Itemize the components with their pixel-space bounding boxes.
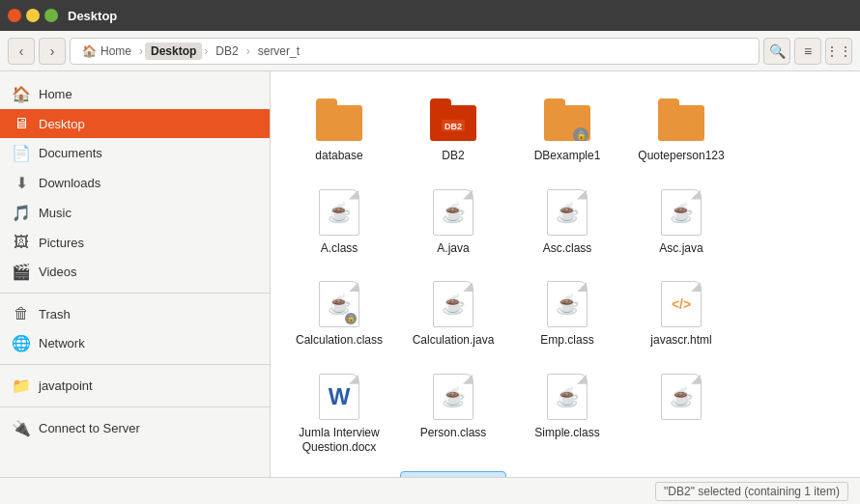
java-class-icon-unknown: ☕ [658,372,704,422]
breadcrumb-home-label: Home [100,44,131,58]
svg-text:🔒: 🔒 [576,129,588,141]
sidebar-divider-3 [0,406,270,407]
close-button[interactable] [8,9,21,22]
breadcrumb-desktop[interactable]: Desktop [145,42,202,60]
sidebar-item-documents[interactable]: 📄 Documents [0,138,270,168]
statusbar: "DB2" selected (containing 1 item) [0,477,860,504]
grid-view-icon: ⋮⋮ [825,43,852,59]
sidebar-label-desktop: Desktop [39,117,85,131]
breadcrumb-sep-3: › [246,44,250,58]
breadcrumb-db2[interactable]: DB2 [210,42,244,60]
java-class-icon-calculationclass: ☕ 🔒 [316,279,362,329]
back-button[interactable]: ‹ [8,38,35,65]
file-item-aclass[interactable]: ☕ A.class [286,180,392,265]
file-item-simpleclass[interactable]: ☕ Simple.class [514,364,620,463]
file-label-calculationjava: Calculation.java [413,333,495,349]
file-item-empclass[interactable]: ☕ Emp.class [514,271,620,356]
sidebar-item-downloads[interactable]: ⬇ Downloads [0,168,270,198]
file-item-ascclass[interactable]: ☕ Asc.class [514,180,620,265]
documents-icon: 📄 [12,144,31,162]
home-icon: 🏠 [82,44,97,58]
breadcrumb: 🏠 Home › Desktop › DB2 › server_t [70,38,760,65]
breadcrumb-home[interactable]: 🏠 Home [76,42,137,60]
folder-icon-database [316,95,362,145]
grid-view-button[interactable]: ⋮⋮ [825,38,852,65]
sidebar-item-videos[interactable]: 🎬 Videos [0,257,270,287]
breadcrumb-servert[interactable]: server_t [252,42,305,60]
file-item-database[interactable]: database [286,87,392,172]
forward-button[interactable]: › [39,38,66,65]
file-item-dbexample1[interactable]: 🔒 DBexample1 [514,87,620,172]
file-item-db2[interactable]: DB2 DB2 [400,87,506,172]
lock-badge: 🔒 [345,313,357,324]
java-file-icon-ascjava: ☕ [658,187,704,238]
videos-icon: 🎬 [12,263,31,281]
svg-rect-0 [316,105,362,141]
network-icon: 🌐 [12,334,31,352]
svg-rect-3 [430,98,451,110]
file-label-db2: DB2 [442,149,464,164]
breadcrumb-desktop-label: Desktop [151,44,196,58]
docx-file-icon-jumla: W [316,372,362,422]
svg-text:DB2: DB2 [444,122,462,131]
folder-icon-db2: DB2 [430,95,476,145]
file-item-unknown-class[interactable]: ☕ [628,364,734,463]
sidebar-item-network[interactable]: 🌐 Network [0,328,270,358]
file-label-javascrhtml: javascr.html [650,333,711,349]
file-item-jumladocx[interactable]: W Jumla Interview Question.docx [286,364,392,463]
svg-rect-10 [658,105,704,141]
sidebar-label-pictures: Pictures [39,236,84,250]
bookmark-icon: 📁 [12,377,31,395]
titlebar: Desktop [0,0,860,31]
file-label-quoteperson123: Quoteperson123 [638,149,724,164]
svg-rect-1 [316,98,337,110]
maximize-button[interactable] [44,9,58,22]
svg-rect-7 [544,98,565,110]
file-item-personclass[interactable]: ☕ Person.class [400,364,506,463]
file-label-personclass: Person.class [420,426,487,441]
file-label-database: database [315,149,362,164]
java-class-icon-aclass: ☕ [316,187,362,238]
file-label-ajava: A.java [437,241,469,257]
pictures-icon: 🖼 [12,234,31,251]
list-view-button[interactable]: ≡ [794,38,821,65]
html-file-icon-javascrhtml: </> [658,279,704,329]
file-label-dbexample1: DBexample1 [534,149,601,164]
file-label-aclass: A.class [321,241,358,257]
sidebar-item-trash[interactable]: 🗑 Trash [0,299,270,328]
file-item-javascrhtml[interactable]: </> javascr.html [628,271,734,356]
sidebar-label-videos: Videos [39,265,77,279]
minimize-button[interactable] [26,9,40,22]
file-label-jumladocx: Jumla Interview Question.docx [291,426,387,456]
music-icon: 🎵 [12,204,31,222]
sidebar-item-connect-server[interactable]: 🔌 Connect to Server [0,413,270,443]
window-controls [8,9,58,22]
file-label-simpleclass: Simple.class [534,426,599,441]
file-grid: database DB2 DB2 [286,87,845,477]
breadcrumb-sep-2: › [204,44,208,58]
breadcrumb-db2-label: DB2 [215,44,238,58]
sidebar-item-home[interactable]: 🏠 Home [0,79,270,109]
file-item-ascjava[interactable]: ☕ Asc.java [628,180,734,265]
sidebar-item-desktop[interactable]: 🖥 Desktop [0,109,270,138]
search-button[interactable]: 🔍 [763,38,790,65]
folder-icon-quoteperson123 [658,95,704,145]
sidebar: 🏠 Home 🖥 Desktop 📄 Documents ⬇ Downloads… [0,71,271,477]
sidebar-item-music[interactable]: 🎵 Music [0,198,270,228]
file-item-ajava[interactable]: ☕ A.java [400,180,506,265]
sidebar-item-pictures[interactable]: 🖼 Pictures [0,228,270,257]
file-item-calculationclass[interactable]: ☕ 🔒 Calculation.class [286,271,392,356]
sidebar-label-javatpoint: javatpoint [39,378,93,393]
sidebar-label-connect: Connect to Server [39,421,140,435]
file-area: database DB2 DB2 [271,71,860,477]
file-item-calculationjava[interactable]: ☕ Calculation.java [400,271,506,356]
sidebar-item-javatpoint[interactable]: 📁 javatpoint [0,371,270,401]
main-area: 🏠 Home 🖥 Desktop 📄 Documents ⬇ Downloads… [0,71,860,477]
toolbar-right: 🔍 ≡ ⋮⋮ [763,38,852,65]
file-item-quoteperson123[interactable]: Quoteperson123 [628,87,734,172]
file-label-empclass: Emp.class [540,333,593,349]
file-label-ascjava: Asc.java [659,241,702,257]
folder-icon-dbexample1: 🔒 [544,95,590,145]
java-file-icon-calculationjava: ☕ [430,279,476,329]
window-title: Desktop [68,9,117,23]
